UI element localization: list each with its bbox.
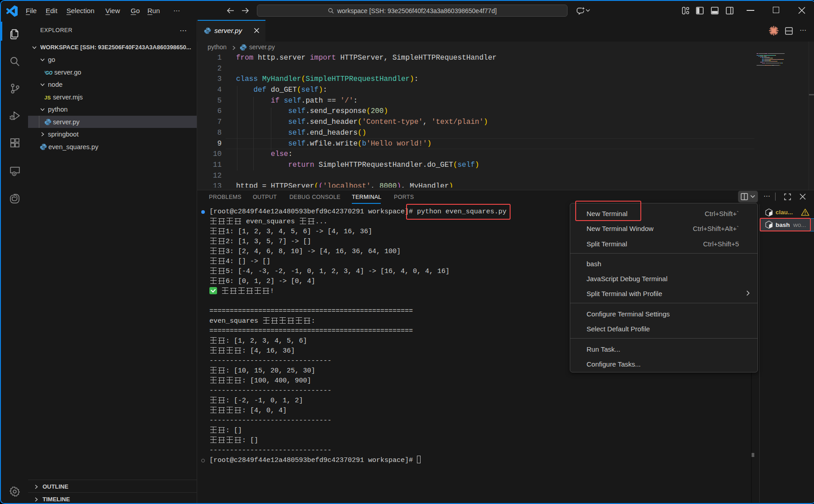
svg-text:GO: GO	[46, 70, 53, 75]
svg-text:JS: JS	[44, 95, 51, 100]
